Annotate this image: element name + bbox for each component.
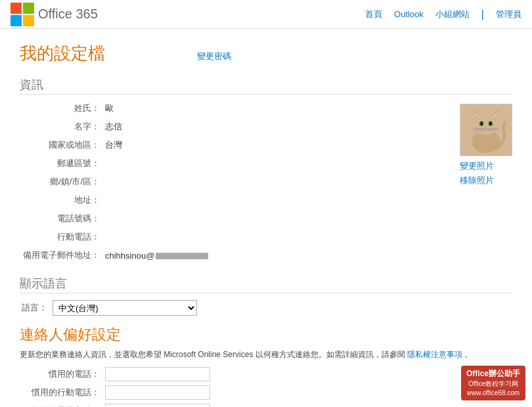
svg-point-14 — [489, 121, 492, 125]
main-content: 我的設定檔 變更密碼 資訊 姓氏： 歐 名字： 志信 國家或地區： 台灣 郵遞區… — [0, 29, 532, 407]
field-firstname-label: 名字： — [20, 121, 105, 133]
svg-rect-3 — [23, 15, 34, 26]
nav-team-site[interactable]: 小組網站 — [435, 9, 470, 20]
top-nav: 首頁 Outlook 小組網站 | 管理員 — [365, 9, 521, 20]
svg-point-13 — [480, 121, 483, 125]
field-lastname-value: 歐 — [105, 102, 114, 114]
field-phone-label: 電話號碼： — [20, 213, 105, 225]
contact-section-title: 連絡人偏好設定 — [20, 325, 512, 345]
svg-rect-0 — [11, 3, 22, 14]
contact-email-value: chihhsinou@ — [105, 404, 210, 407]
contact-phone-input[interactable] — [105, 367, 210, 381]
nav-outlook[interactable]: Outlook — [394, 9, 424, 19]
watermark-line2: Office教程学习网 — [466, 379, 520, 389]
info-fields: 姓氏： 歐 名字： 志信 國家或地區： 台灣 郵遞區號： 鄉/鎮/市/區： 地址… — [20, 101, 447, 267]
contact-mobile-row: 慣用的行動電話： — [20, 385, 512, 400]
remove-photo-link[interactable]: 移除照片 — [460, 173, 494, 188]
field-phone: 電話號碼： — [20, 211, 447, 226]
info-section: 姓氏： 歐 名字： 志信 國家或地區： 台灣 郵遞區號： 鄉/鎮/市/區： 地址… — [20, 101, 512, 267]
profile-photo-image — [460, 104, 512, 156]
office-logo-icon — [11, 3, 34, 26]
contact-mobile-label: 慣用的行動電話： — [20, 387, 105, 398]
svg-rect-1 — [23, 3, 34, 14]
change-password-link[interactable]: 變更密碼 — [197, 51, 231, 62]
nav-admin[interactable]: 管理員 — [496, 9, 521, 20]
field-alt-email-label: 備用電子郵件地址： — [20, 249, 105, 261]
contact-phone-row: 慣用的電話： — [20, 367, 512, 381]
field-lastname-label: 姓氏： — [20, 102, 105, 114]
field-alt-email: 備用電子郵件地址： chihhsinou@ — [20, 248, 447, 263]
field-country: 國家或地區： 台灣 — [20, 138, 447, 152]
nav-home[interactable]: 首頁 — [365, 9, 382, 20]
photo-area: 變更照片 移除照片 — [460, 101, 512, 267]
watermark-line1: Office辦公助手 — [466, 368, 520, 379]
email-redacted — [156, 253, 208, 259]
change-photo-link[interactable]: 變更照片 — [460, 159, 494, 173]
field-firstname-value: 志信 — [105, 121, 122, 133]
field-address-label: 地址： — [20, 194, 105, 206]
contact-phone-label: 慣用的電話： — [20, 368, 105, 380]
field-country-value: 台灣 — [105, 139, 122, 151]
field-country-label: 國家或地區： — [20, 139, 105, 151]
field-lastname: 姓氏： 歐 — [20, 101, 447, 116]
page-title: 我的設定檔 — [20, 42, 105, 65]
field-city-label: 鄉/鎮/市/區： — [20, 176, 105, 188]
svg-rect-2 — [11, 15, 22, 26]
watermark: Office辦公助手 Office教程学习网 www.office68.com — [461, 366, 525, 400]
field-address: 地址： — [20, 193, 447, 207]
app-title: Office 365 — [38, 7, 98, 22]
watermark-line3: www.office68.com — [466, 389, 520, 398]
contact-email-row: 慣用的電子郵件： chihhsinou@ — [20, 404, 512, 407]
field-mobile: 行動電話： — [20, 230, 447, 244]
contact-mobile-input[interactable] — [105, 385, 210, 400]
profile-photo — [460, 104, 512, 156]
language-section-header: 顯示語言 — [20, 276, 512, 293]
field-mobile-label: 行動電話： — [20, 231, 105, 243]
field-postal: 郵遞區號： — [20, 156, 447, 171]
header: Office 365 首頁 Outlook 小組網站 | 管理員 — [0, 0, 532, 29]
privacy-link[interactable]: 隱私權注意事項 — [407, 350, 462, 359]
svg-point-6 — [474, 115, 497, 135]
field-postal-label: 郵遞區號： — [20, 158, 105, 169]
logo-area: Office 365 — [11, 3, 98, 26]
language-select[interactable]: 中文(台灣) — [53, 300, 197, 316]
contact-description: 更新您的業務連絡人資訊，並選取您希望 Microsoft Online Serv… — [20, 349, 512, 360]
field-alt-email-value: chihhsinou@ — [105, 251, 208, 261]
language-label: 語言： — [20, 302, 53, 314]
field-city: 鄉/鎮/市/區： — [20, 175, 447, 189]
field-firstname: 名字： 志信 — [20, 119, 447, 134]
info-section-header: 資訊 — [20, 77, 512, 95]
language-row: 語言： 中文(台灣) — [20, 300, 512, 316]
nav-separator: | — [481, 9, 484, 20]
